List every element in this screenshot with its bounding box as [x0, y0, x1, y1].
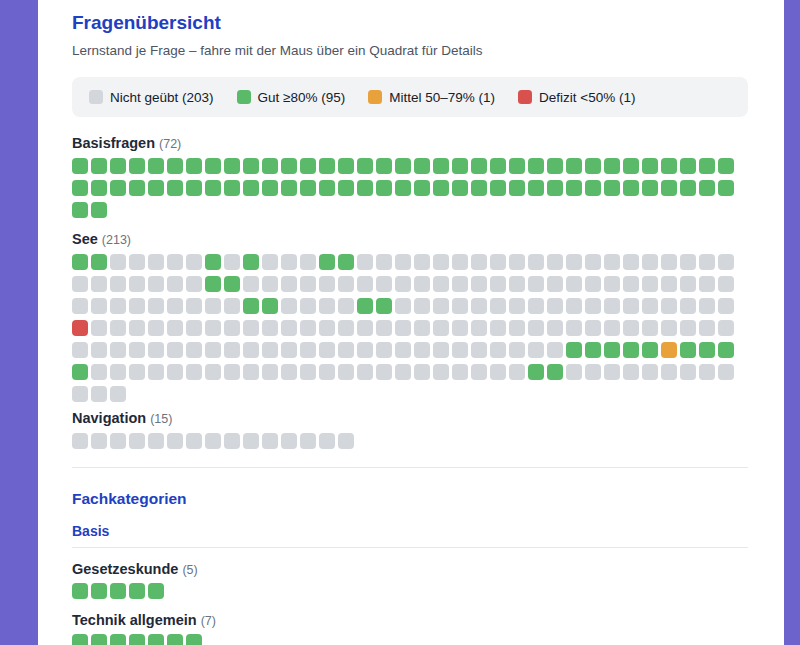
question-cell-good[interactable]: [604, 180, 620, 196]
question-cell-untrained[interactable]: [300, 254, 316, 270]
question-cell-untrained[interactable]: [186, 254, 202, 270]
question-cell-good[interactable]: [205, 254, 221, 270]
question-cell-untrained[interactable]: [281, 298, 297, 314]
question-cell-untrained[interactable]: [547, 254, 563, 270]
question-cell-good[interactable]: [72, 254, 88, 270]
question-cell-good[interactable]: [528, 158, 544, 174]
question-cell-untrained[interactable]: [566, 276, 582, 292]
question-cell-untrained[interactable]: [300, 364, 316, 380]
question-cell-good[interactable]: [490, 158, 506, 174]
question-cell-untrained[interactable]: [376, 320, 392, 336]
question-cell-untrained[interactable]: [604, 276, 620, 292]
question-cell-good[interactable]: [148, 180, 164, 196]
question-cell-untrained[interactable]: [338, 342, 354, 358]
question-cell-untrained[interactable]: [129, 254, 145, 270]
question-cell-untrained[interactable]: [300, 276, 316, 292]
question-cell-untrained[interactable]: [110, 386, 126, 402]
question-cell-good[interactable]: [319, 254, 335, 270]
question-cell-untrained[interactable]: [718, 298, 734, 314]
question-cell-untrained[interactable]: [72, 433, 88, 449]
question-cell-untrained[interactable]: [338, 276, 354, 292]
question-cell-untrained[interactable]: [167, 364, 183, 380]
question-cell-untrained[interactable]: [319, 298, 335, 314]
question-cell-untrained[interactable]: [490, 342, 506, 358]
question-cell-good[interactable]: [91, 180, 107, 196]
question-cell-untrained[interactable]: [661, 320, 677, 336]
question-cell-untrained[interactable]: [699, 364, 715, 380]
question-cell-untrained[interactable]: [376, 276, 392, 292]
question-cell-good[interactable]: [167, 158, 183, 174]
question-cell-untrained[interactable]: [528, 254, 544, 270]
question-cell-untrained[interactable]: [300, 433, 316, 449]
question-cell-untrained[interactable]: [604, 254, 620, 270]
question-cell-untrained[interactable]: [642, 320, 658, 336]
question-cell-good[interactable]: [376, 298, 392, 314]
question-cell-untrained[interactable]: [262, 276, 278, 292]
question-cell-untrained[interactable]: [224, 320, 240, 336]
question-cell-good[interactable]: [186, 180, 202, 196]
question-cell-untrained[interactable]: [243, 342, 259, 358]
question-cell-untrained[interactable]: [186, 276, 202, 292]
question-cell-deficit[interactable]: [72, 320, 88, 336]
question-cell-untrained[interactable]: [452, 276, 468, 292]
question-cell-untrained[interactable]: [338, 364, 354, 380]
question-cell-good[interactable]: [91, 634, 107, 645]
question-cell-good[interactable]: [262, 180, 278, 196]
question-cell-untrained[interactable]: [91, 342, 107, 358]
question-cell-good[interactable]: [718, 158, 734, 174]
question-cell-good[interactable]: [224, 158, 240, 174]
question-cell-untrained[interactable]: [357, 254, 373, 270]
question-cell-good[interactable]: [262, 158, 278, 174]
question-cell-good[interactable]: [566, 342, 582, 358]
question-cell-untrained[interactable]: [300, 320, 316, 336]
question-cell-good[interactable]: [718, 342, 734, 358]
question-cell-good[interactable]: [604, 158, 620, 174]
question-cell-untrained[interactable]: [642, 298, 658, 314]
question-cell-good[interactable]: [72, 634, 88, 645]
question-cell-untrained[interactable]: [338, 433, 354, 449]
question-cell-untrained[interactable]: [585, 254, 601, 270]
question-cell-untrained[interactable]: [376, 364, 392, 380]
question-cell-untrained[interactable]: [357, 364, 373, 380]
question-cell-untrained[interactable]: [224, 433, 240, 449]
question-cell-good[interactable]: [452, 158, 468, 174]
question-cell-good[interactable]: [338, 254, 354, 270]
question-cell-good[interactable]: [642, 180, 658, 196]
question-cell-untrained[interactable]: [224, 298, 240, 314]
question-cell-untrained[interactable]: [490, 276, 506, 292]
question-cell-untrained[interactable]: [528, 342, 544, 358]
question-cell-untrained[interactable]: [129, 298, 145, 314]
question-cell-good[interactable]: [604, 342, 620, 358]
question-cell-untrained[interactable]: [414, 298, 430, 314]
question-cell-good[interactable]: [718, 180, 734, 196]
question-cell-good[interactable]: [699, 342, 715, 358]
question-cell-good[interactable]: [357, 158, 373, 174]
question-cell-untrained[interactable]: [699, 276, 715, 292]
question-cell-good[interactable]: [357, 298, 373, 314]
question-cell-untrained[interactable]: [623, 276, 639, 292]
question-cell-untrained[interactable]: [566, 320, 582, 336]
question-cell-untrained[interactable]: [91, 364, 107, 380]
question-cell-untrained[interactable]: [129, 320, 145, 336]
question-cell-untrained[interactable]: [452, 254, 468, 270]
question-cell-untrained[interactable]: [205, 298, 221, 314]
question-cell-untrained[interactable]: [167, 342, 183, 358]
question-cell-untrained[interactable]: [452, 298, 468, 314]
question-cell-good[interactable]: [110, 634, 126, 645]
question-cell-good[interactable]: [167, 634, 183, 645]
question-cell-untrained[interactable]: [680, 254, 696, 270]
question-cell-untrained[interactable]: [72, 342, 88, 358]
question-cell-untrained[interactable]: [699, 320, 715, 336]
question-cell-untrained[interactable]: [433, 254, 449, 270]
question-cell-untrained[interactable]: [376, 254, 392, 270]
question-cell-untrained[interactable]: [490, 364, 506, 380]
question-cell-good[interactable]: [471, 158, 487, 174]
question-cell-untrained[interactable]: [110, 433, 126, 449]
question-cell-untrained[interactable]: [433, 342, 449, 358]
question-cell-untrained[interactable]: [110, 254, 126, 270]
question-cell-untrained[interactable]: [167, 298, 183, 314]
question-cell-untrained[interactable]: [414, 254, 430, 270]
question-cell-untrained[interactable]: [433, 276, 449, 292]
question-cell-untrained[interactable]: [129, 433, 145, 449]
question-cell-untrained[interactable]: [585, 320, 601, 336]
